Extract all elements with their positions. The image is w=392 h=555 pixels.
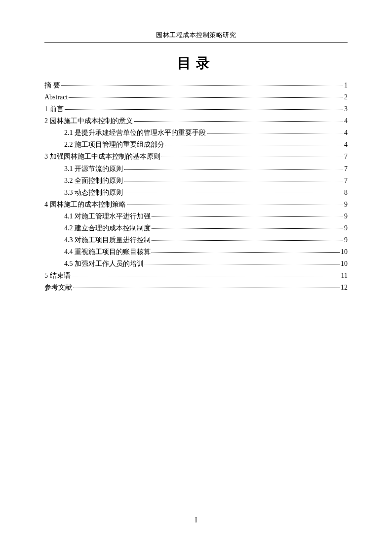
toc-entry-label: 摘 要	[44, 80, 60, 91]
toc-leader-dots	[165, 145, 343, 145]
toc-entry-label: 4.5 加强对工作人员的培训	[64, 258, 144, 270]
toc-entry: 4.3 对施工项目质量进行控制9	[44, 234, 348, 246]
toc-entry-label: 4.4 重视施工项目的账目核算	[64, 246, 151, 258]
toc-entry: 参考文献12	[44, 282, 348, 294]
toc-entry: 4.2 建立合理的成本控制制度9	[44, 222, 348, 234]
toc-entry-page: 10	[341, 258, 348, 270]
toc-entry-label: 4.1 对施工管理水平进行加强	[64, 211, 151, 222]
toc-leader-dots	[152, 228, 343, 229]
toc-entry: 4.4 重视施工项目的账目核算10	[44, 246, 348, 258]
toc-leader-dots	[124, 193, 343, 193]
toc-entry-label: 3 加强园林施工中成本控制的基本原则	[44, 151, 160, 163]
toc-entry: 4.5 加强对工作人员的培训10	[44, 258, 348, 270]
toc-entry: 4.1 对施工管理水平进行加强9	[44, 211, 348, 222]
toc-entry-label: 1 前言	[44, 103, 64, 115]
toc-entry-label: 2.1 是提升承建经营单位的管理水平的重要手段	[64, 127, 206, 139]
toc-entry-label: 2.2 施工项目管理的重要组成部分	[64, 139, 164, 151]
toc-entry-page: 9	[344, 234, 348, 246]
toc-entry-label: 参考文献	[44, 282, 72, 294]
toc-entry-page: 9	[344, 222, 348, 234]
toc-entry: Abstract2	[44, 91, 348, 103]
toc-entry-page: 9	[344, 211, 348, 222]
toc-entry-page: 10	[341, 246, 348, 258]
toc-title: 目录	[44, 54, 348, 73]
toc-entry-page: 7	[344, 175, 348, 187]
toc-leader-dots	[72, 276, 340, 276]
toc-leader-dots	[61, 85, 344, 86]
toc-entry: 1 前言3	[44, 103, 348, 115]
toc-entry-page: 7	[344, 163, 348, 175]
toc-leader-dots	[152, 216, 343, 217]
toc-leader-dots	[69, 97, 343, 98]
toc-leader-dots	[127, 205, 344, 205]
toc-entry-page: 4	[344, 115, 348, 127]
toc-entry-page: 11	[341, 270, 348, 282]
toc-entry: 4 园林施工的成本控制策略9	[44, 199, 348, 211]
toc-entry-page: 4	[344, 127, 348, 139]
toc-entry-page: 9	[344, 199, 348, 211]
toc-entry-label: Abstract	[44, 91, 68, 103]
toc-entry: 2.2 施工项目管理的重要组成部分4	[44, 139, 348, 151]
toc-entry-label: 4 园林施工的成本控制策略	[44, 199, 126, 211]
header-rule	[44, 43, 348, 43]
toc-entry-page: 12	[341, 282, 348, 294]
toc-leader-dots	[145, 264, 340, 264]
toc-entry-label: 3.2 全面控制的原则	[64, 175, 123, 187]
toc-entry-page: 3	[344, 103, 348, 115]
toc-entry: 2.1 是提升承建经营单位的管理水平的重要手段4	[44, 127, 348, 139]
toc-entry-label: 3.1 开源节流的原则	[64, 163, 123, 175]
toc-entry-label: 4.2 建立合理的成本控制制度	[64, 222, 151, 234]
toc-entry-page: 2	[344, 91, 348, 103]
toc-entry-page: 1	[344, 80, 348, 91]
toc-entry-page: 7	[344, 151, 348, 163]
toc-leader-dots	[207, 133, 343, 133]
toc-leader-dots	[134, 121, 344, 122]
toc-entry: 3.1 开源节流的原则7	[44, 163, 348, 175]
toc-entry-label: 5 结束语	[44, 270, 71, 282]
toc-leader-dots	[161, 157, 344, 157]
toc-entry-label: 4.3 对施工项目质量进行控制	[64, 234, 151, 246]
toc-leader-dots	[65, 109, 344, 110]
toc-leader-dots	[152, 240, 343, 241]
toc-entry-label: 2 园林施工中成本控制的意义	[44, 115, 133, 127]
page-number: I	[0, 516, 392, 524]
toc-entry: 摘 要1	[44, 80, 348, 91]
toc-entry: 5 结束语11	[44, 270, 348, 282]
running-header: 园林工程成本控制策略研究	[44, 31, 348, 43]
toc-leader-dots	[73, 288, 340, 288]
toc-entry: 3.2 全面控制的原则7	[44, 175, 348, 187]
toc-entry: 3 加强园林施工中成本控制的基本原则7	[44, 151, 348, 163]
toc-list: 摘 要1Abstract21 前言32 园林施工中成本控制的意义42.1 是提升…	[44, 80, 348, 294]
toc-leader-dots	[124, 181, 343, 181]
toc-entry-label: 3.3 动态控制的原则	[64, 187, 123, 199]
toc-entry-page: 4	[344, 139, 348, 151]
toc-leader-dots	[152, 252, 340, 253]
toc-leader-dots	[124, 169, 343, 170]
toc-entry: 2 园林施工中成本控制的意义4	[44, 115, 348, 127]
toc-entry-page: 8	[344, 187, 348, 199]
toc-entry: 3.3 动态控制的原则8	[44, 187, 348, 199]
page: 园林工程成本控制策略研究 目录 摘 要1Abstract21 前言32 园林施工…	[0, 0, 392, 294]
